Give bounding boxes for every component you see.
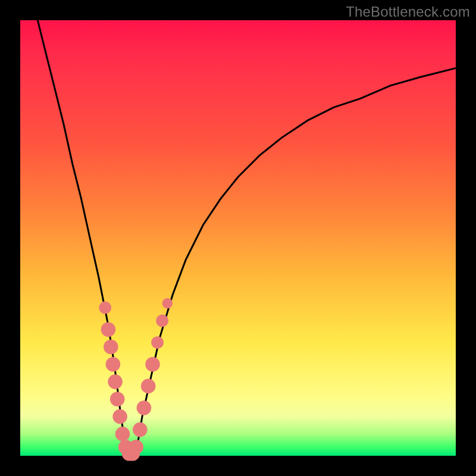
marker-dot [133, 422, 148, 437]
marker-dot [112, 409, 127, 424]
plot-area [20, 20, 456, 456]
marker-dot [151, 336, 164, 349]
chart-frame: TheBottleneck.com [0, 0, 476, 476]
marker-dot [162, 298, 173, 309]
bottleneck-curve [37, 20, 456, 456]
marker-dot [104, 340, 118, 355]
marker-group [99, 298, 173, 461]
marker-dot [99, 302, 111, 314]
marker-dot [110, 392, 125, 407]
curve-layer [20, 20, 456, 456]
marker-dot [115, 427, 130, 441]
marker-dot [156, 315, 168, 327]
marker-dot [129, 440, 143, 455]
marker-dot [106, 357, 121, 372]
marker-dot [108, 374, 123, 389]
marker-dot [145, 357, 160, 372]
marker-dot [101, 322, 116, 337]
watermark-text: TheBottleneck.com [346, 4, 470, 20]
marker-dot [137, 400, 152, 415]
marker-dot [141, 379, 156, 394]
